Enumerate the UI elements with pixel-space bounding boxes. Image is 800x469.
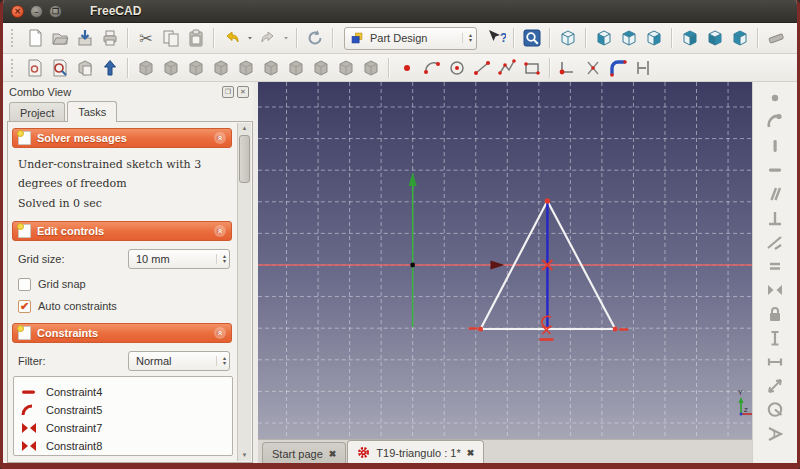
save-icon[interactable] (72, 26, 97, 50)
refresh-icon[interactable] (302, 26, 327, 50)
view-rear-icon[interactable] (677, 26, 702, 50)
circle-tool-icon[interactable] (444, 56, 469, 80)
panel-float-icon[interactable]: ❐ (222, 86, 234, 98)
constraint-tangent-icon[interactable] (763, 230, 788, 253)
constraint-coincident-icon[interactable] (763, 86, 788, 109)
constraint-equal-icon[interactable] (763, 254, 788, 277)
scrollbar-thumb[interactable] (239, 135, 250, 183)
zoom-fit-icon[interactable] (519, 26, 544, 50)
constraint-perpendicular-icon[interactable] (763, 206, 788, 229)
constraint-vertical-icon[interactable] (763, 134, 788, 157)
right-vertex-point[interactable] (613, 327, 618, 332)
undo-dropdown-icon[interactable] (244, 26, 255, 50)
panel-close-icon[interactable]: ✕ (237, 86, 249, 98)
tab-project[interactable]: Project (9, 102, 65, 122)
undo-icon[interactable] (219, 26, 244, 50)
copy-icon[interactable] (158, 26, 183, 50)
window-maximize-button[interactable]: ❒ (49, 5, 62, 18)
grid-snap-checkbox[interactable]: ✔ (18, 278, 31, 291)
line-tool-icon[interactable] (469, 56, 494, 80)
multitransform-icon[interactable] (358, 56, 383, 80)
paste-icon[interactable] (183, 26, 208, 50)
tab-document[interactable]: T19-triangulo : 1* ✖ (347, 440, 484, 464)
left-vertex-point[interactable] (478, 327, 483, 332)
list-item-constraint8[interactable]: Constraint8 (20, 437, 226, 455)
close-tab-icon[interactable]: ✖ (467, 448, 475, 458)
pocket-icon[interactable] (158, 56, 183, 80)
polyline-tool-icon[interactable] (494, 56, 519, 80)
tab-start-page[interactable]: Start page ✖ (262, 442, 346, 464)
svg-text:✂: ✂ (139, 30, 152, 47)
workbench-selector[interactable]: Part Design ▴▾ (344, 27, 477, 50)
chamfer-feature-icon[interactable] (258, 56, 283, 80)
constraint-distance-icon[interactable] (763, 374, 788, 397)
rectangle-tool-icon[interactable] (519, 56, 544, 80)
constraint-lock-icon[interactable] (763, 302, 788, 325)
constraint-distance-x-icon[interactable] (763, 350, 788, 373)
map-sketch-icon[interactable] (72, 56, 97, 80)
fillet-feature-icon[interactable] (233, 56, 258, 80)
view-bottom-icon[interactable] (702, 26, 727, 50)
constraint-parallel-icon[interactable] (763, 182, 788, 205)
list-item-constraint7[interactable]: Constraint7 (20, 419, 226, 437)
view-top-icon[interactable] (616, 26, 641, 50)
external-geometry-tool-icon[interactable] (630, 56, 655, 80)
tab-tasks[interactable]: Tasks (67, 101, 117, 122)
pad-icon[interactable] (133, 56, 158, 80)
polar-pattern-icon[interactable] (333, 56, 358, 80)
constraint-horizontal-icon[interactable] (763, 158, 788, 181)
window-minimize-button[interactable]: – (30, 5, 43, 18)
spinner-arrows[interactable]: ▴▾ (462, 33, 472, 43)
spinner-arrows[interactable]: ▴▾ (216, 254, 226, 264)
apex-vertex-point[interactable] (545, 198, 550, 203)
spinner-arrows[interactable]: ▴▾ (216, 356, 226, 366)
collapse-icon[interactable]: « (214, 132, 226, 144)
toolbar-grip[interactable] (11, 59, 16, 77)
measure-icon[interactable] (763, 26, 788, 50)
new-file-icon[interactable] (22, 26, 47, 50)
whats-this-icon[interactable]: ? (483, 26, 508, 50)
constraint-radius-icon[interactable] (763, 398, 788, 421)
view-axonometric-icon[interactable] (555, 26, 580, 50)
auto-constraints-checkbox[interactable]: ✔ (18, 300, 31, 313)
redo-icon[interactable] (255, 26, 280, 50)
view-left-icon[interactable] (727, 26, 752, 50)
constraint-point-on-object-icon[interactable] (763, 110, 788, 133)
sketch-3d-view[interactable]: Y X Z (258, 82, 752, 439)
origin-point[interactable] (410, 263, 415, 268)
trim-tool-icon[interactable] (580, 56, 605, 80)
revolution-icon[interactable] (183, 56, 208, 80)
constraint-symmetric-icon[interactable] (763, 278, 788, 301)
grid-size-stepper[interactable]: 10 mm ▴▾ (128, 249, 230, 269)
toolbar-grip[interactable] (11, 29, 16, 47)
edit-sketch-icon[interactable] (47, 56, 72, 80)
leave-sketch-icon[interactable] (97, 56, 122, 80)
titlebar[interactable]: ✕ – ❒ FreeCAD (3, 0, 797, 23)
scrollbar[interactable]: ▲ ▼ (237, 123, 251, 461)
cut-icon[interactable]: ✂ (133, 26, 158, 50)
view-right-icon[interactable] (641, 26, 666, 50)
mirrored-icon[interactable] (308, 56, 333, 80)
list-item-constraint4[interactable]: Constraint4 (20, 383, 226, 401)
collapse-icon[interactable]: « (214, 225, 226, 237)
constraint-distance-y-icon[interactable] (763, 326, 788, 349)
arc-tool-icon[interactable] (419, 56, 444, 80)
print-icon[interactable] (97, 26, 122, 50)
groove-icon[interactable] (208, 56, 233, 80)
constraint-angle-icon[interactable] (763, 422, 788, 445)
fillet-tool-icon[interactable] (605, 56, 630, 80)
linear-pattern-icon[interactable] (283, 56, 308, 80)
close-tab-icon[interactable]: ✖ (329, 449, 337, 459)
scroll-up-icon[interactable]: ▲ (238, 123, 251, 134)
collapse-icon[interactable]: « (214, 327, 226, 339)
open-icon[interactable] (47, 26, 72, 50)
redo-dropdown-icon[interactable] (280, 26, 291, 50)
window-close-button[interactable]: ✕ (11, 5, 24, 18)
scroll-down-icon[interactable]: ▼ (238, 450, 251, 461)
coincident-tool-icon[interactable] (555, 56, 580, 80)
view-front-icon[interactable] (591, 26, 616, 50)
list-item-constraint5[interactable]: Constraint5 (20, 401, 226, 419)
filter-dropdown[interactable]: Normal ▴▾ (128, 351, 230, 371)
create-sketch-icon[interactable] (22, 56, 47, 80)
point-tool-icon[interactable] (394, 56, 419, 80)
